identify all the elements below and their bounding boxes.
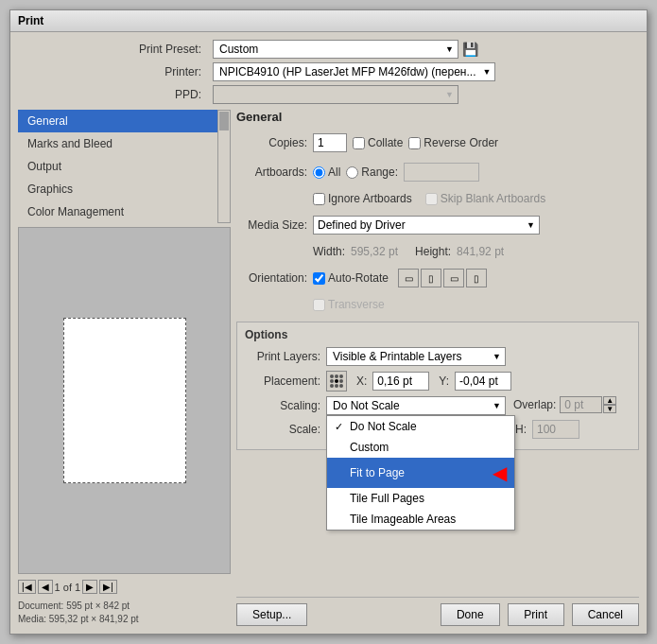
- landscape-icon[interactable]: ▯: [421, 269, 441, 287]
- sidebar-item-graphics[interactable]: Graphics: [18, 178, 217, 200]
- done-button[interactable]: Done: [441, 603, 500, 626]
- collate-checkbox[interactable]: [353, 137, 365, 149]
- printer-dropdown[interactable]: NPICB4910 (HP LaserJet MFP M426fdw) (пер…: [213, 62, 495, 81]
- ignore-artboards-checkbox[interactable]: [313, 193, 325, 205]
- no-checkmark-imageable: [335, 513, 346, 525]
- orientation-row: Orientation: Auto-Rotate ▭ ▯ ▭ ▯: [236, 269, 639, 287]
- placement-grid-icon[interactable]: [326, 371, 347, 392]
- sidebar-item-color-management[interactable]: Color Management: [18, 200, 217, 223]
- orientation-icons: ▭ ▯ ▭ ▯: [398, 269, 487, 287]
- scaling-label: Scaling:: [245, 399, 320, 412]
- next-page-btn[interactable]: ▶: [82, 580, 97, 594]
- reverse-order-checkbox[interactable]: [408, 137, 421, 149]
- cancel-button[interactable]: Cancel: [572, 603, 639, 626]
- range-input: [404, 163, 479, 182]
- all-radio[interactable]: [313, 166, 325, 179]
- preview-paper: [63, 318, 186, 483]
- general-section-title: General: [236, 110, 639, 124]
- right-panel: General Copies: Collate Reverse Order: [236, 110, 639, 626]
- print-layers-row: Print Layers: Visible & Printable Layers: [245, 347, 631, 366]
- print-preset-row: Print Preset: Custom 💾: [18, 40, 639, 59]
- nav-items: General Marks and Bleed Output Graphics: [18, 110, 217, 223]
- placement-label: Placement:: [245, 374, 320, 388]
- y-input[interactable]: [455, 372, 511, 391]
- media-size-dropdown[interactable]: Defined by Driver: [313, 216, 540, 235]
- print-preset-dropdown[interactable]: Custom: [213, 40, 458, 59]
- scaling-option-custom[interactable]: Custom: [327, 437, 514, 458]
- scaling-option-fit-to-page[interactable]: Fit to Page ◀: [327, 458, 514, 488]
- prev-page-btn[interactable]: ◀: [38, 580, 53, 594]
- overlap-up-btn[interactable]: ▲: [603, 396, 616, 405]
- transverse-checkbox-label: Transverse: [313, 298, 385, 311]
- print-preset-label: Print Preset:: [139, 43, 201, 56]
- dialog-body: Print Preset: Custom 💾 Printer: NPICB491…: [10, 32, 647, 634]
- print-dialog: Print Print Preset: Custom 💾 Printer:: [9, 9, 648, 635]
- range-radio[interactable]: [346, 166, 358, 179]
- width-label: Width:: [313, 245, 345, 258]
- portrait-icon[interactable]: ▭: [398, 269, 419, 287]
- top-section: Print Preset: Custom 💾 Printer: NPICB491…: [18, 40, 639, 104]
- left-panel: General Marks and Bleed Output Graphics: [18, 110, 231, 626]
- overlap-label: Overlap:: [513, 398, 556, 411]
- height-label: Height:: [415, 245, 451, 258]
- scaling-dropdown-menu: ✓ Do Not Scale Custom: [326, 415, 515, 531]
- sidebar-item-marks-bleed[interactable]: Marks and Bleed: [18, 132, 217, 155]
- save-preset-icon[interactable]: 💾: [462, 42, 478, 57]
- copies-input[interactable]: [313, 133, 347, 152]
- print-layers-dropdown[interactable]: Visible & Printable Layers: [326, 347, 506, 366]
- artboards-label: Artboards:: [236, 165, 307, 179]
- overlap-input: [560, 396, 602, 413]
- document-size: Document: 595 pt × 842 pt: [18, 600, 231, 613]
- dialog-title: Print: [18, 14, 43, 27]
- overlap-container: Overlap: ▲ ▼: [513, 396, 616, 413]
- y-label: Y:: [439, 374, 449, 388]
- first-page-btn[interactable]: |◀: [18, 580, 36, 594]
- preview-area: [18, 227, 231, 574]
- options-section: Options Print Layers: Visible & Printabl…: [236, 322, 639, 450]
- printer-label: Printer:: [164, 65, 201, 78]
- auto-rotate-checkbox-label: Auto-Rotate: [313, 271, 389, 285]
- ignore-artboards-row: Ignore Artboards Skip Blank Artboards: [236, 192, 639, 205]
- x-label: X:: [356, 374, 367, 388]
- collate-checkbox-label: Collate: [353, 136, 403, 149]
- ppd-row: PPD:: [18, 85, 639, 104]
- printer-row: Printer: NPICB4910 (HP LaserJet MFP M426…: [18, 62, 639, 81]
- scroll-thumb[interactable]: [219, 112, 229, 131]
- landscape-flip-icon[interactable]: ▯: [466, 269, 487, 287]
- copies-row: Copies: Collate Reverse Order: [236, 133, 639, 152]
- scale-label: Scale:: [245, 423, 320, 436]
- print-button[interactable]: Print: [508, 603, 564, 626]
- sidebar-item-general[interactable]: General: [18, 110, 217, 132]
- scaling-row: Scaling: Do Not Scale ✓ Do: [245, 396, 631, 415]
- auto-rotate-checkbox[interactable]: [313, 272, 325, 285]
- doc-info: Document: 595 pt × 842 pt Media: 595,32 …: [18, 600, 231, 626]
- red-arrow-icon: ◀: [493, 461, 507, 484]
- main-content: General Marks and Bleed Output Graphics: [18, 110, 639, 626]
- h-input: [532, 420, 579, 439]
- ignore-artboards-checkbox-label: Ignore Artboards: [313, 192, 412, 205]
- nav-scrollbar[interactable]: [217, 110, 231, 223]
- height-value: 841,92 pt: [457, 245, 504, 258]
- sidebar-item-output[interactable]: Output: [18, 155, 217, 178]
- placement-row: Placement:: [245, 371, 631, 392]
- setup-button[interactable]: Setup...: [236, 603, 307, 626]
- media-size-label: Media Size:: [236, 218, 307, 232]
- transverse-checkbox: [313, 299, 325, 311]
- media-size-row: Media Size: Defined by Driver: [236, 216, 639, 235]
- overlap-spinner: ▲ ▼: [560, 396, 616, 413]
- x-input[interactable]: [372, 372, 429, 391]
- dialog-title-bar: Print: [10, 10, 647, 32]
- reverse-order-checkbox-label: Reverse Order: [408, 136, 498, 149]
- no-checkmark-tile: [335, 493, 346, 504]
- scaling-option-do-not-scale[interactable]: ✓ Do Not Scale: [327, 416, 514, 437]
- dimensions-row: Width: 595,32 pt Height: 841,92 pt: [236, 245, 639, 258]
- overlap-down-btn[interactable]: ▼: [603, 405, 616, 413]
- scaling-option-tile-imageable[interactable]: Tile Imageable Areas: [327, 509, 514, 530]
- options-title: Options: [245, 328, 631, 341]
- portrait-flip-icon[interactable]: ▭: [443, 269, 464, 287]
- scaling-dropdown-btn[interactable]: Do Not Scale: [326, 396, 506, 415]
- width-value: 595,32 pt: [351, 245, 398, 258]
- last-page-btn[interactable]: ▶|: [99, 580, 117, 594]
- nav-list-wrapper: General Marks and Bleed Output Graphics: [18, 110, 231, 223]
- scaling-option-tile-full[interactable]: Tile Full Pages: [327, 488, 514, 509]
